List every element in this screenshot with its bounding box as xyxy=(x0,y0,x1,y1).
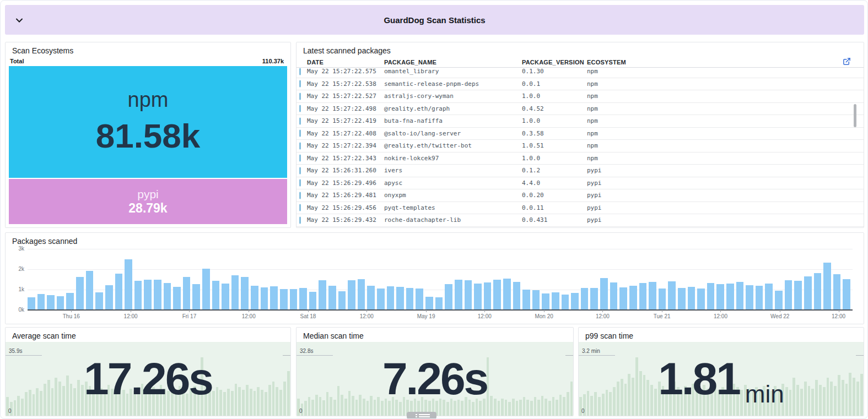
chart-bar xyxy=(804,276,812,309)
cell-package-name: @salto-io/lang-server xyxy=(374,130,511,137)
cell-date: May 22 15:27:22.343 xyxy=(296,155,374,162)
chart-bar xyxy=(164,283,171,309)
chart-bar xyxy=(37,294,45,309)
chart-bar xyxy=(484,282,492,309)
page-title: GuardDog Scan Statistics xyxy=(5,15,864,25)
x-tick-mark xyxy=(602,310,603,312)
row-accent xyxy=(299,142,301,149)
column-header-package-version[interactable]: PACKAGE_VERSION xyxy=(511,59,576,66)
x-tick-label: Tue 21 xyxy=(654,313,671,319)
column-header-date[interactable]: DATE xyxy=(296,59,374,66)
stat-value: 17.26s xyxy=(6,342,290,416)
ymax-dash xyxy=(283,355,290,356)
chevron-down-icon[interactable] xyxy=(15,16,26,25)
cell-package-name: nokire-lokcek97 xyxy=(374,155,511,162)
x-tick-mark xyxy=(249,310,249,312)
column-header-package-name[interactable]: PACKAGE_NAME xyxy=(374,59,511,66)
chart-bar xyxy=(348,280,355,309)
x-tick-label: 12:00 xyxy=(242,313,256,319)
cell-package-version: 1.0.0 xyxy=(511,117,576,124)
chart-bar xyxy=(542,293,549,309)
chart-bar xyxy=(552,292,559,309)
chart-bar xyxy=(775,291,783,309)
x-tick-label: Mon 20 xyxy=(535,313,553,319)
chart-bar xyxy=(445,284,452,309)
panel-latest-scanned-packages: Latest scanned packages DATE PACKAGE_NAM… xyxy=(296,42,864,228)
stat-unit: min xyxy=(745,380,784,408)
x-tick-label: 12:00 xyxy=(714,313,727,319)
chart-bar xyxy=(814,273,822,309)
table-row: May 22 15:26:29.432roche-datachapter-lib… xyxy=(296,214,864,227)
chart-bar xyxy=(610,282,618,309)
stat-value: 7.26s xyxy=(296,342,573,416)
chart-bar xyxy=(251,286,258,309)
table-row: May 22 15:26:31.260ivers0.1.2pypi xyxy=(296,165,864,177)
gridline xyxy=(28,249,853,249)
treemap-legend: Total 110.37k xyxy=(6,57,290,66)
external-link-icon[interactable] xyxy=(843,57,851,66)
cell-package-name: pyqt-templates xyxy=(374,204,511,211)
chart-bar xyxy=(377,289,385,309)
cell-package-name: roche-datachapter-lib xyxy=(374,216,511,224)
chart-bar xyxy=(756,286,763,309)
chart-bar xyxy=(47,295,55,309)
ymin-label: 0 xyxy=(299,408,303,414)
stat-number: 17.26s xyxy=(84,356,212,401)
cell-date: May 22 15:26:29.481 xyxy=(296,192,374,199)
chart-bar xyxy=(513,282,521,309)
cell-package-version: 0.1.2 xyxy=(511,167,576,174)
panel-median-scan-time: Median scan time 32.8s 0 7.26s xyxy=(296,327,574,416)
cell-date: May 22 15:27:22.394 xyxy=(296,142,374,149)
stat-number: 7.26s xyxy=(382,356,487,401)
ymax-dash xyxy=(565,355,573,356)
cell-date: May 22 15:27:22.498 xyxy=(296,105,374,112)
chart-bar xyxy=(144,280,152,309)
treemap-pypi-value: 28.79k xyxy=(128,201,167,216)
panel-title: Latest scanned packages xyxy=(296,42,864,57)
x-axis-line xyxy=(28,309,853,311)
cell-package-version: 0.4.52 xyxy=(511,105,576,112)
stat-body: 35.9s 0 17.26s xyxy=(6,342,290,416)
chart-bar xyxy=(716,284,724,309)
chart-bar xyxy=(309,292,317,309)
cell-package-version: 0.0.431 xyxy=(511,216,576,224)
chart-bar xyxy=(95,292,103,309)
packages-plot xyxy=(28,249,853,310)
chart-bar xyxy=(465,280,472,309)
x-tick-label: 12:00 xyxy=(124,313,138,319)
table-header: DATE PACKAGE_NAME PACKAGE_VERSION ECOSYS… xyxy=(296,57,864,68)
chart-bar xyxy=(290,289,298,309)
chart-bar xyxy=(746,285,753,309)
row-accent xyxy=(299,216,301,224)
chart-bar xyxy=(358,279,365,309)
chart-bar xyxy=(843,279,850,309)
dashboard: GuardDog Scan Statistics Scan Ecosystems… xyxy=(0,0,868,419)
cell-ecosystem: npm xyxy=(576,68,864,75)
scroll-handle[interactable] xyxy=(407,412,436,419)
chart-bar xyxy=(416,289,423,309)
cell-ecosystem: npm xyxy=(576,80,864,88)
x-tick-mark xyxy=(131,310,131,312)
column-header-ecosystem[interactable]: ECOSYSTEM xyxy=(576,59,864,66)
cell-package-version: 1.0.51 xyxy=(511,142,576,149)
chart-bar xyxy=(697,289,705,309)
cell-ecosystem: pypi xyxy=(576,167,864,174)
table-row: May 22 15:26:29.496apysc4.4.0pypi xyxy=(296,177,864,190)
chart-bar xyxy=(338,291,346,309)
ymax-gridline xyxy=(296,355,333,356)
chart-bar xyxy=(590,288,598,309)
ymax-label: 32.8s xyxy=(300,348,313,354)
table-row: May 22 15:27:22.498@reality.eth/graph0.4… xyxy=(296,103,864,116)
chart-bar xyxy=(387,286,395,309)
treemap-npm-value: 81.58k xyxy=(96,117,201,155)
panel-p99-scan-time: p99 scan time 3.2 min 0 1.81 min xyxy=(578,327,864,416)
cell-package-version: 0.3.58 xyxy=(511,130,576,137)
x-tick-mark xyxy=(839,310,839,312)
table-scrollbar-thumb[interactable] xyxy=(854,104,856,127)
chart-bar xyxy=(134,281,142,309)
x-tick-label: 12:00 xyxy=(596,313,610,319)
legend-label: Total xyxy=(10,58,24,64)
row-header: GuardDog Scan Statistics xyxy=(5,5,864,35)
chart-bar xyxy=(396,287,404,309)
cell-package-name: semantic-release-pnpm-deps xyxy=(374,80,511,88)
